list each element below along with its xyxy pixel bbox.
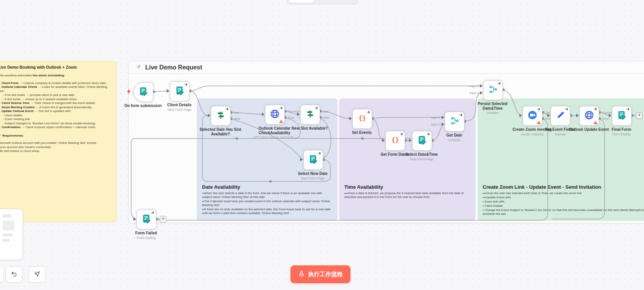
yellow-note-line: 2. Outlook Calendar Check → Looks for av…	[0, 85, 112, 93]
execute-workflow-button[interactable]: 执行工作流程	[291, 265, 350, 283]
flask-icon	[298, 270, 305, 278]
yellow-note-body: This workflow automates live demo schedu…	[0, 74, 112, 153]
region-body: •••Once the user has selected both Date …	[483, 191, 644, 216]
node-label: Select Date&TimeNext Form Page	[397, 152, 447, 161]
partial-tool-button[interactable]	[0, 266, 4, 283]
undo-icon	[11, 270, 18, 279]
if-icon	[305, 109, 315, 120]
execute-arrow-icon	[497, 81, 501, 86]
node-label: Final FormForm Ending	[596, 127, 644, 137]
execute-arrow-icon	[593, 107, 598, 111]
node-label: Set Events	[337, 130, 387, 135]
node-outlook-update-event[interactable]	[579, 106, 599, 126]
node-new-slot-available[interactable]	[300, 105, 320, 125]
merge-icon	[488, 84, 498, 96]
svg-text:{}: {}	[358, 114, 366, 122]
main-sticky-title: Live Demo Request	[145, 64, 202, 71]
edit-icon	[555, 110, 565, 122]
node-selected-date-has-slot[interactable]	[211, 106, 231, 126]
node-label: Client DetailsNext Form Page	[154, 103, 204, 112]
yellow-note-line: Zoom account with OAuth2 credentials.	[0, 145, 112, 150]
yellow-note-line: This workflow automates live demo schedu…	[0, 74, 112, 78]
node-subtitle: Next Form Page	[154, 108, 204, 112]
node-create-zoom-meeting[interactable]	[522, 106, 542, 126]
region-title: Time Availability	[344, 184, 383, 190]
node-form-failed[interactable]	[136, 209, 156, 229]
node-label: New Slot Available?	[285, 126, 335, 131]
undo-button[interactable]	[6, 266, 22, 283]
node-label: Persist Selected Date&Timecombine	[468, 102, 518, 115]
node-set-events[interactable]: {}	[352, 109, 372, 129]
add-node-button[interactable]: +	[636, 112, 642, 119]
yellow-note-line: ◦ Zoom meeting link	[0, 117, 112, 122]
form-icon	[175, 86, 185, 97]
execute-arrow-icon	[399, 132, 404, 136]
node-subtitle: Next Form Page	[397, 157, 447, 162]
form-icon	[141, 214, 151, 225]
execute-arrow-icon	[151, 211, 155, 215]
yellow-note-line: 1. Client Form → Collects company & cont…	[0, 81, 112, 86]
execute-arrow-icon	[459, 113, 463, 117]
node-outlook-calendar-check[interactable]	[265, 105, 285, 125]
yellow-note-line: ◦ Subject changed to "Booked Live Demo" …	[0, 122, 112, 126]
merge-icon	[450, 116, 460, 127]
warning-icon	[279, 119, 284, 124]
code-icon: {}	[390, 135, 400, 147]
preview-panel[interactable]	[0, 209, 23, 260]
form-icon	[138, 86, 148, 98]
region-body: ••When the user selects a date in the fo…	[202, 191, 332, 216]
node-on-form-submission[interactable]	[133, 82, 153, 102]
tab-evaluations[interactable]: 评估	[336, 0, 356, 3]
yellow-note-line: Microsoft Outlook account with pre-creat…	[0, 141, 112, 145]
node-subtitle: GET: https://graph.microsoft...	[250, 135, 299, 140]
node-select-new-date[interactable]	[303, 150, 323, 170]
execute-arrow-icon	[565, 107, 569, 111]
rocket-icon	[135, 63, 142, 72]
tab-editor[interactable]: 编辑器	[288, 0, 314, 3]
node-client-details[interactable]	[170, 81, 190, 101]
node-get-date[interactable]	[445, 112, 465, 132]
trigger-bolt-icon	[127, 89, 131, 96]
yellow-note-line: ◦ If no slot exists → prompts client to …	[0, 93, 112, 97]
execute-arrow-icon	[626, 107, 630, 111]
yellow-note-line: 5. Update Outlook Event → The slot is up…	[0, 109, 112, 114]
node-subtitle: manual	[535, 132, 585, 137]
pointer-icon	[34, 270, 41, 279]
node-persist-selected-datetime[interactable]	[483, 80, 503, 100]
yellow-note-line: n8n self-hosted or cloud setup.	[0, 149, 112, 153]
execute-arrow-icon	[225, 107, 229, 111]
main-sticky-header: Live Demo Request	[129, 61, 644, 74]
yellow-note-line: 6. Confirmation → Client receives styled…	[0, 125, 112, 130]
svg-text:{}: {}	[391, 136, 399, 143]
yellow-sticky-note[interactable]: Live Demo Booking with Outlook + Zoom Th…	[0, 61, 117, 222]
add-node-button[interactable]: +	[160, 216, 166, 222]
node-set-event-fields[interactable]	[550, 106, 570, 126]
node-set-form-dates[interactable]: {}	[385, 131, 405, 151]
warning-icon	[536, 120, 541, 125]
execute-arrow-icon	[279, 106, 283, 110]
node-subtitle: Form Ending	[121, 236, 171, 241]
node-subtitle: Form Ending	[596, 132, 644, 137]
execute-workflow-label: 执行工作流程	[308, 271, 343, 278]
code-icon: {}	[357, 113, 367, 125]
node-subtitle: Next Form Page	[288, 176, 338, 181]
form-icon	[417, 135, 427, 147]
node-label: Select New DateNext Form Page	[288, 171, 338, 181]
tidy-up-button[interactable]	[29, 266, 45, 283]
node-label: Form FailedForm Ending	[121, 231, 171, 240]
region-body: •••Once a date is fetched, we propose th…	[344, 191, 470, 199]
node-final-form[interactable]	[612, 106, 632, 126]
form-icon	[308, 154, 318, 166]
yellow-note-line: Requirements:	[0, 133, 112, 138]
execute-arrow-icon	[184, 82, 188, 87]
tab-executions[interactable]: 执行	[315, 0, 335, 3]
node-label: Selected Date Has Slot Available?	[196, 127, 245, 136]
node-subtitle: combine	[468, 111, 518, 115]
node-subtitle: combine	[429, 138, 479, 143]
execute-arrow-icon	[317, 151, 322, 155]
yellow-note-line: 4. Zoom Meeting Created → A Zoom link is…	[0, 105, 112, 110]
workflow-canvas[interactable]: 编辑器执行评估 Live Demo Request Date Availabil…	[0, 0, 644, 290]
execute-arrow-icon	[366, 110, 371, 114]
form-icon	[617, 110, 627, 122]
region-title: Create Zoom Link - Update Event - Send I…	[483, 184, 601, 190]
